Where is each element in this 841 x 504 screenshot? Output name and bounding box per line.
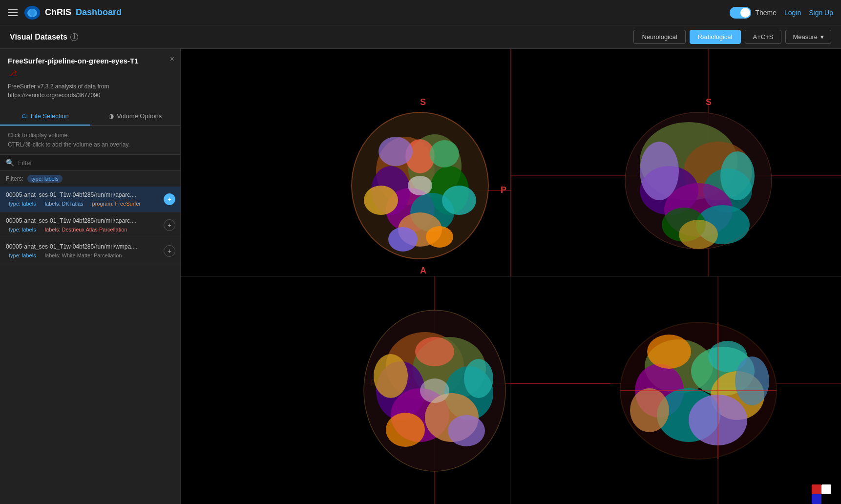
sidebar: FreeSurfer-pipeline-on-green-eyes-T1 ⎇ F… xyxy=(0,49,181,504)
brain-viewer[interactable]: S A R P xyxy=(181,49,841,504)
svg-point-36 xyxy=(720,151,755,200)
folder-icon: 🗂 xyxy=(21,112,28,120)
svg-point-22 xyxy=(388,227,418,252)
file-name: 00005-anat_ses-01_T1w-04bf285/run/mri/wm… xyxy=(6,243,174,250)
svg-point-53 xyxy=(464,359,493,398)
svg-point-18 xyxy=(442,186,476,215)
pipeline-title: FreeSurfer-pipeline-on-green-eyes-T1 xyxy=(8,57,172,65)
git-icon: ⎇ xyxy=(8,69,172,78)
neurological-button[interactable]: Neurological xyxy=(633,30,685,44)
filter-tag-labels[interactable]: type: labels xyxy=(27,175,63,183)
svg-rect-76 xyxy=(812,494,821,504)
search-bar: 🔍 xyxy=(0,155,180,171)
svg-point-67 xyxy=(630,388,669,432)
tag-dktatlas: labels: DKTatlas xyxy=(42,200,86,207)
add-overlay-button[interactable]: + xyxy=(164,193,175,205)
theme-switch[interactable] xyxy=(730,7,751,19)
file-tags: type: labels labels: White Matter Parcel… xyxy=(6,252,174,259)
file-list: 00005-anat_ses-01_T1w-04bf285/run/mri/ap… xyxy=(0,187,180,504)
tab-file-selection[interactable]: 🗂 File Selection xyxy=(0,107,90,126)
tab-volume-options[interactable]: ◑ Volume Options xyxy=(90,107,181,126)
tag-type: type: labels xyxy=(6,200,39,207)
close-button[interactable]: × xyxy=(170,55,174,63)
login-link[interactable]: Login xyxy=(784,9,801,17)
svg-text:P: P xyxy=(501,185,506,195)
svg-point-20 xyxy=(430,140,459,168)
add-overlay-button[interactable]: + xyxy=(164,219,175,231)
tag-destrieux: labels: Destrieux Atlas Parcellation xyxy=(42,226,130,233)
file-item[interactable]: 00005-anat_ses-01_T1w-04bf285/run/mri/wm… xyxy=(0,238,180,264)
tag-wm: labels: White Matter Parcellation xyxy=(42,252,125,259)
datasets-title: Visual Datasets ℹ xyxy=(10,33,78,42)
tag-type: type: labels xyxy=(6,252,39,259)
file-tags: type: labels labels: DKTatlas program: F… xyxy=(6,200,174,207)
file-item[interactable]: 00005-anat_ses-01_T1w-04bf285/run/mri/ap… xyxy=(0,212,180,238)
file-name: 00005-anat_ses-01_T1w-04bf285/run/mri/ap… xyxy=(6,191,174,198)
svg-point-23 xyxy=(426,226,453,248)
svg-point-51 xyxy=(415,337,454,366)
svg-text:S: S xyxy=(420,97,426,107)
file-name: 00005-anat_ses-01_T1w-04bf285/run/mri/ap… xyxy=(6,217,174,224)
theme-toggle[interactable]: Theme xyxy=(730,7,777,19)
contrast-icon: ◑ xyxy=(108,112,114,120)
svg-point-68 xyxy=(647,335,691,369)
svg-point-24 xyxy=(408,176,432,195)
svg-text:A: A xyxy=(420,266,426,275)
tag-type: type: labels xyxy=(6,226,39,233)
app-title: ChRIS Dashboard xyxy=(45,7,122,18)
svg-point-55 xyxy=(448,415,485,446)
svg-point-70 xyxy=(735,357,769,405)
logo-area: ChRIS Dashboard xyxy=(23,4,122,21)
acs-button[interactable]: A+C+S xyxy=(745,30,782,44)
measure-button[interactable]: Measure ▾ xyxy=(785,30,831,44)
search-input[interactable] xyxy=(18,159,174,167)
info-icon[interactable]: ℹ xyxy=(70,33,78,41)
theme-label: Theme xyxy=(755,9,777,17)
file-tags: type: labels labels: Destrieux Atlas Par… xyxy=(6,226,174,233)
brain-logo-icon xyxy=(23,4,41,21)
filters-row: Filters: type: labels xyxy=(0,171,180,187)
file-item[interactable]: 00005-anat_ses-01_T1w-04bf285/run/mri/ap… xyxy=(0,187,180,212)
sidebar-tabs: 🗂 File Selection ◑ Volume Options xyxy=(0,107,180,126)
svg-point-52 xyxy=(374,354,408,398)
brain-views-svg: S A R P xyxy=(181,49,841,504)
svg-text:S: S xyxy=(706,97,712,107)
svg-rect-74 xyxy=(812,484,821,494)
svg-point-19 xyxy=(378,137,413,166)
svg-point-56 xyxy=(420,378,449,403)
pipeline-description: FreeSurfer v7.3.2 analysis of data from … xyxy=(8,82,172,100)
signup-link[interactable]: Sign Up xyxy=(809,9,833,17)
svg-point-35 xyxy=(640,142,679,200)
sidebar-header: FreeSurfer-pipeline-on-green-eyes-T1 ⎇ F… xyxy=(0,49,180,104)
chevron-down-icon: ▾ xyxy=(820,33,824,41)
view-controls: Neurological Radiological A+C+S Measure … xyxy=(633,30,831,44)
svg-rect-75 xyxy=(821,484,831,494)
search-icon: 🔍 xyxy=(6,159,14,167)
filters-label: Filters: xyxy=(6,175,23,182)
tag-freesurfer: program: FreeSurfer xyxy=(89,200,144,207)
sidebar-hint: Click to display volume. CTRL/⌘-click to… xyxy=(0,126,180,155)
svg-point-17 xyxy=(364,186,398,215)
top-navigation: ChRIS Dashboard Theme Login Sign Up xyxy=(0,0,841,25)
radiological-button[interactable]: Radiological xyxy=(690,30,741,44)
main-layout: FreeSurfer-pipeline-on-green-eyes-T1 ⎇ F… xyxy=(0,49,841,504)
svg-point-54 xyxy=(386,413,425,447)
add-overlay-button[interactable]: + xyxy=(164,245,175,257)
hamburger-menu[interactable] xyxy=(8,9,18,16)
svg-point-39 xyxy=(679,220,718,249)
datasets-bar: Visual Datasets ℹ Neurological Radiologi… xyxy=(0,25,841,49)
